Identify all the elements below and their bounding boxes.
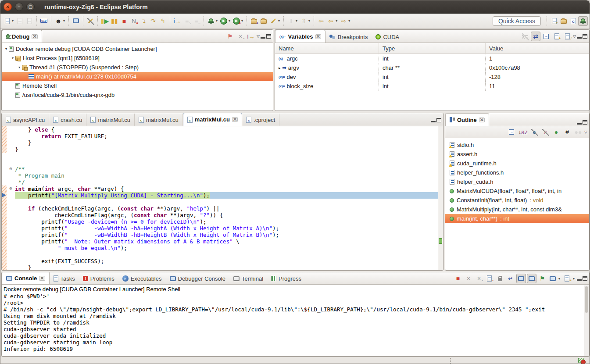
outline-item[interactable]: ConstantInit(float*, int, float) : void (445, 196, 589, 205)
debug-maximize-icon[interactable] (266, 34, 271, 39)
fold-marker-icon[interactable]: ⊖ (7, 166, 15, 172)
previous-annotation-icon-dropdown[interactable]: ▾ (308, 19, 310, 23)
terminate-icon[interactable]: ■ (453, 274, 463, 283)
new-wizard-icon[interactable] (2, 16, 12, 26)
step-return-icon[interactable]: ↰ (158, 16, 168, 26)
binary-file-icon[interactable]: 010 (39, 16, 49, 26)
user-profile-icon[interactable]: ☻ (54, 16, 63, 26)
variables-maximize-icon[interactable] (583, 34, 587, 39)
editor-tab-cproject[interactable]: x.cproject (242, 114, 279, 126)
step-into-selection-icon[interactable]: i→ (172, 16, 182, 26)
next-annotation-icon-dropdown[interactable]: ▾ (296, 19, 297, 23)
tab-debug[interactable]: Debug ✕ (2, 30, 42, 43)
editor-tab-matrixMul-cu[interactable]: cmatrixMul.cu (86, 114, 135, 126)
column-header-name[interactable]: Name (275, 43, 379, 54)
resource-perspective-icon[interactable] (559, 16, 569, 26)
outline-minimize-icon[interactable] (577, 123, 582, 125)
debug-tree-item[interactable]: ▾Thread #1 (STOPPED) (Suspended : Step) (2, 63, 273, 72)
variable-row[interactable]: (x)=block_sizeint11 (275, 82, 589, 91)
collapse-all-icon[interactable]: − (541, 32, 551, 41)
debug-launch-icon[interactable] (206, 16, 216, 26)
scroll-lock-icon[interactable] (495, 274, 505, 283)
user-profile-icon-dropdown[interactable]: ▾ (63, 19, 65, 23)
overview-marker[interactable] (439, 238, 442, 244)
run-launch-icon[interactable]: ▶ (219, 16, 229, 26)
word-wrap-icon[interactable]: ↵ (506, 274, 515, 283)
display-console-icon-dropdown[interactable]: ▾ (558, 277, 560, 281)
fold-marker-icon[interactable]: ⊖ (7, 186, 15, 192)
debug-tree-item[interactable]: Remote Shell (2, 81, 273, 90)
suspend-icon[interactable]: ▮▮ (110, 16, 119, 26)
next-annotation-icon[interactable]: ⇩ (286, 16, 296, 26)
hide-non-public-icon[interactable]: ● (551, 127, 561, 137)
annotation-pen-icon[interactable] (268, 16, 278, 26)
hide-static-icon[interactable]: s (540, 127, 550, 137)
code-editor[interactable]: } else { return EXIT_FAILURE; }}⊖/** * P… (2, 126, 443, 270)
console-output[interactable]: Docker remote debug [CUDA GDB Container … (2, 285, 589, 355)
debug-tree-item[interactable]: main() at matrixMul.cu:278 0x100d0754 (2, 72, 273, 81)
debug-perspective-icon[interactable] (578, 16, 588, 26)
console-scrollbar[interactable] (584, 285, 589, 356)
tab-variables[interactable]: (x)=Variables✕ (275, 30, 325, 43)
console-maximize-icon[interactable] (583, 276, 587, 281)
variables-minimize-icon[interactable] (577, 37, 582, 39)
previous-annotation-icon[interactable]: ⇧ (299, 16, 308, 26)
hide-fields-icon[interactable]: ● (529, 127, 539, 137)
tab-console[interactable]: Console✕ (2, 272, 50, 284)
debug-tree-item[interactable]: ▾Docker remote debug [CUDA GDB Container… (2, 44, 273, 54)
outline-item[interactable]: MatrixMultiply(int, char**, int, const d… (445, 205, 589, 214)
open-console-icon[interactable]: + (562, 274, 572, 283)
debug-minimize-icon[interactable] (261, 37, 265, 39)
collapse-all-icon[interactable]: − (507, 127, 516, 137)
debug-view-menu-icon[interactable]: ▽ (257, 34, 260, 39)
editor-tab-asyncAPI-cu[interactable]: casyncAPI.cu (2, 114, 49, 126)
outline-item[interactable]: cuda_runtime.h (445, 159, 589, 168)
remove-all-terminated-icon[interactable]: ×× (236, 32, 245, 41)
hide-inactive-icon[interactable]: # (562, 127, 572, 137)
open-resource-icon[interactable] (259, 16, 268, 26)
open-console-icon[interactable] (71, 16, 81, 26)
variable-row[interactable]: (x)=argcint1 (275, 54, 589, 63)
outline-item[interactable]: main(int, char**) : int (445, 214, 589, 223)
annotation-pen-icon-dropdown[interactable]: ▾ (278, 19, 280, 23)
display-console-icon[interactable] (548, 274, 558, 283)
editor-tab-crash-cu[interactable]: ccrash.cu (49, 114, 86, 126)
console-minimize-icon[interactable] (577, 279, 582, 281)
close-icon[interactable]: ✕ (479, 118, 485, 122)
step-into-selection-icon[interactable]: i→ (246, 32, 256, 41)
tab-debugger-console[interactable]: Debugger Console (166, 273, 229, 284)
expander-icon[interactable]: ▾ (17, 65, 22, 69)
tab-terminal[interactable]: Terminal (229, 273, 267, 284)
editor-tab-matrixMul-cu[interactable]: cmatrixMul.cu (135, 114, 183, 126)
outline-item[interactable]: assert.h (445, 150, 589, 159)
back-history-icon-dropdown[interactable]: ▾ (336, 19, 337, 23)
column-header-value[interactable]: Value (486, 43, 589, 54)
mark-occurrences-icon[interactable] (86, 16, 95, 26)
pin-debug-context-icon[interactable]: ⚑ (225, 32, 235, 41)
clear-console-icon[interactable]: × (485, 274, 494, 283)
debug-tree-item[interactable]: ▾Host Process [qnt1] [6508619] (2, 54, 273, 63)
new-wizard-icon-dropdown[interactable]: ▾ (12, 19, 14, 23)
overview-ruler[interactable] (438, 126, 443, 270)
debug-tree-item[interactable]: /usr/local/cuda-9.1/bin/cuda-qnx-gdb (2, 90, 273, 100)
tab-executables[interactable]: ▸Executables (118, 273, 166, 284)
outline-item[interactable]: stdio.h (445, 140, 589, 150)
debug-launch-icon-dropdown[interactable]: ▾ (216, 19, 218, 23)
show-on-stdout-icon[interactable] (516, 274, 526, 283)
remove-launch-icon[interactable]: × (464, 274, 473, 283)
tab-tasks[interactable]: Tasks (50, 273, 79, 284)
show-type-names-icon[interactable]: x= (520, 32, 530, 41)
expander-icon[interactable]: ▾ (4, 47, 9, 51)
statusbar-sash-handle[interactable] (450, 358, 451, 364)
step-into-icon[interactable]: ↴ (139, 16, 148, 26)
open-console-icon-dropdown[interactable]: ▾ (573, 277, 575, 281)
disconnect-icon[interactable]: N● (129, 16, 139, 26)
show-logical-structures-icon[interactable]: ⇄ (531, 32, 540, 41)
quick-access-button[interactable]: Quick Access (493, 16, 541, 26)
window-minimize-button[interactable]: – (15, 3, 23, 11)
profile-launch-icon-dropdown[interactable]: ▾ (241, 19, 243, 23)
editor-tab-matrixMul-cu[interactable]: cmatrixMul.cu✕ (183, 113, 242, 126)
editor-minimize-icon[interactable] (431, 121, 436, 122)
tab-breakpoints[interactable]: Breakpoints (325, 31, 372, 43)
pin-console-icon[interactable]: ⚑ (537, 274, 547, 283)
